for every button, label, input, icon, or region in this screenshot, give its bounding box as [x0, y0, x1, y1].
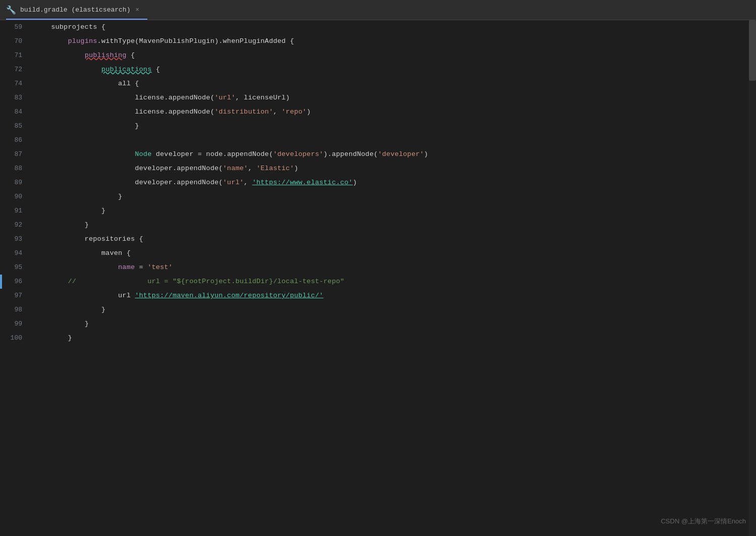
code-content: } [32, 119, 139, 133]
code-line: 90 } [0, 190, 756, 204]
code-line: 74 all { [0, 77, 756, 91]
code-line: 94 maven { [0, 246, 756, 260]
line-number: 92 [2, 218, 32, 232]
code-line: 85 } [0, 119, 756, 133]
line-number: 91 [2, 204, 32, 218]
code-content: license.appendNode('distribution', 'repo… [32, 105, 311, 119]
code-content: } [32, 190, 122, 204]
line-number: 93 [2, 232, 32, 246]
code-content: publications { [32, 63, 160, 77]
code-area: 59 subprojects {70 plugins.withType(Mave… [0, 20, 756, 536]
code-content: license.appendNode('url', licenseUrl) [32, 91, 290, 105]
code-content: developer.appendNode('url', 'https://www… [32, 176, 357, 190]
code-line: 91 } [0, 204, 756, 218]
line-number: 72 [2, 63, 32, 77]
file-icon: 🔧 [6, 5, 16, 15]
tab-close-button[interactable]: × [135, 7, 139, 14]
code-line: 84 license.appendNode('distribution', 'r… [0, 105, 756, 119]
code-line: 99 } [0, 317, 756, 331]
code-line: 72 publications { [0, 63, 756, 77]
line-number: 88 [2, 162, 32, 176]
line-number: 83 [2, 91, 32, 105]
code-line: 83 license.appendNode('url', licenseUrl) [0, 91, 756, 105]
line-number: 99 [2, 317, 32, 331]
code-line: 87 Node developer = node.appendNode('dev… [0, 147, 756, 162]
code-line: 86 [0, 133, 756, 147]
watermark: CSDN @上海第一深情Enoch [661, 517, 746, 526]
line-number: 87 [2, 147, 32, 162]
code-content: repositories { [32, 232, 143, 246]
code-line: 89 developer.appendNode('url', 'https://… [0, 176, 756, 190]
code-content: maven { [32, 246, 131, 260]
line-number: 89 [2, 176, 32, 190]
code-content: name = 'test' [32, 260, 173, 275]
code-line: 93 repositories { [0, 232, 756, 246]
line-number: 86 [2, 133, 32, 147]
line-number: 98 [2, 303, 32, 317]
code-content: } [32, 218, 89, 232]
line-number: 74 [2, 77, 32, 91]
code-content: // url = "${rootProject.buildDir}/local-… [32, 275, 344, 289]
code-content: url 'https://maven.aliyun.com/repository… [32, 289, 323, 303]
line-number: 94 [2, 246, 32, 260]
line-number: 90 [2, 190, 32, 204]
code-content: } [32, 331, 72, 345]
code-line: 59 subprojects { [0, 20, 756, 34]
line-number: 70 [2, 34, 32, 48]
code-line: 92 } [0, 218, 756, 232]
line-number: 59 [2, 20, 32, 34]
code-content: plugins.withType(MavenPublishPlugin).whe… [32, 34, 294, 48]
scrollbar-thumb[interactable] [749, 20, 756, 81]
title-bar: 🔧 build.gradle (elasticsearch) × [0, 0, 756, 20]
code-line: 95 name = 'test' [0, 260, 756, 275]
code-content: Node developer = node.appendNode('develo… [32, 147, 428, 162]
line-number: 97 [2, 289, 32, 303]
line-number: 84 [2, 105, 32, 119]
code-line: 97 url 'https://maven.aliyun.com/reposit… [0, 289, 756, 303]
code-content: subprojects { [32, 20, 105, 34]
code-line: 96 // url = "${rootProject.buildDir}/loc… [0, 275, 756, 289]
scrollbar[interactable] [749, 20, 756, 536]
code-line: 71 publishing { [0, 48, 756, 63]
code-line: 98 } [0, 303, 756, 317]
code-content: publishing { [32, 48, 135, 63]
line-number: 100 [2, 331, 32, 345]
code-line: 100 } [0, 331, 756, 345]
line-number: 96 [2, 275, 32, 289]
code-content [32, 133, 38, 147]
code-content: all { [32, 77, 139, 91]
line-number: 85 [2, 119, 32, 133]
code-line: 88 developer.appendNode('name', 'Elastic… [0, 162, 756, 176]
code-content: } [32, 303, 105, 317]
code-line: 70 plugins.withType(MavenPublishPlugin).… [0, 34, 756, 48]
tab-title: build.gradle (elasticsearch) [20, 6, 130, 14]
code-content: } [32, 317, 89, 331]
code-content: developer.appendNode('name', 'Elastic') [32, 162, 298, 176]
code-content: } [32, 204, 105, 218]
line-number: 95 [2, 260, 32, 275]
line-number: 71 [2, 48, 32, 63]
